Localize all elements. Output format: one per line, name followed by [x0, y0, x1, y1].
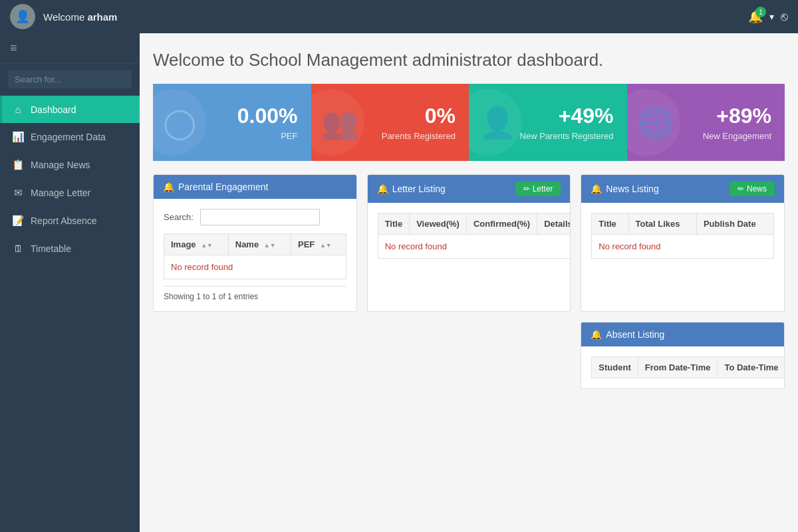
- sidebar-item-label: Report Absence: [31, 215, 97, 226]
- chart-icon: 📊: [12, 131, 24, 143]
- sidebar-search-container: [0, 64, 140, 96]
- news-button-label: News: [747, 184, 767, 194]
- stat-value-parents: 0%: [425, 104, 456, 128]
- col-to-datetime: To Date-Time: [718, 357, 785, 378]
- bell-icon-news: 🔔: [591, 184, 602, 194]
- no-record-letter: No record found: [378, 235, 571, 259]
- parental-search-input[interactable]: [200, 209, 320, 225]
- stat-card-new-parents: 👤 +49% New Parents Registered: [469, 84, 627, 161]
- absent-listing-body: Student From Date-Time To Date-Time: [581, 346, 784, 388]
- parental-engagement-widget: 🔔 Parental Engagement Search: Image: [153, 174, 357, 312]
- parental-search-row: Search:: [164, 209, 346, 225]
- avatar: 👤: [10, 4, 35, 29]
- sidebar-toggle[interactable]: ≡: [0, 33, 140, 64]
- col-total-likes: Total Likes: [628, 213, 696, 235]
- sidebar-item-report-absence[interactable]: 📝 Report Absence: [0, 207, 140, 235]
- parental-engagement-header: 🔔 Parental Engagement: [154, 175, 356, 199]
- sidebar-item-dashboard[interactable]: ⌂ Dashboard: [0, 96, 140, 123]
- parental-engagement-title: 🔔 Parental Engagement: [163, 182, 268, 192]
- col-viewed: Viewed(%): [410, 213, 467, 235]
- logout-button[interactable]: ⎋: [781, 10, 788, 24]
- news-listing-header: 🔔 News Listing ✏ News: [581, 175, 784, 203]
- news-table: Title Total Likes Publish Date No record…: [591, 213, 774, 259]
- sidebar-item-label: Timetable: [31, 243, 71, 254]
- home-icon: ⌂: [12, 104, 24, 115]
- news-action-button[interactable]: ✏ News: [730, 182, 775, 196]
- sidebar-item-timetable[interactable]: 🗓 Timetable: [0, 235, 140, 262]
- letter-listing-header: 🔔 Letter Listing ✏ Letter: [368, 175, 571, 203]
- table-header-row: Image ▲▼ Name ▲▼ PEF ▲▼: [164, 234, 346, 255]
- news-listing-widget: 🔔 News Listing ✏ News Title Total Likes: [581, 174, 785, 312]
- no-record-parental: No record found: [164, 255, 346, 279]
- main-content: Welcome to School Management administrat…: [140, 33, 798, 532]
- notification-badge: 1: [755, 7, 766, 17]
- pencil-icon-news: ✏: [737, 184, 744, 194]
- search-label: Search:: [164, 212, 194, 222]
- news-listing-title: 🔔 News Listing: [591, 184, 658, 194]
- absent-listing-title-text: Absent Listing: [606, 329, 664, 340]
- absent-listing-widget: 🔔 Absent Listing Student From Date-Time …: [581, 322, 785, 389]
- timetable-icon: 🗓: [12, 243, 24, 254]
- news-icon: 📋: [12, 159, 24, 171]
- table-header-row: Student From Date-Time To Date-Time: [592, 357, 785, 378]
- sort-arrows-name[interactable]: ▲▼: [264, 242, 276, 249]
- table-header-row: Title Viewed(%) Confirmed(%) Details: [378, 213, 571, 235]
- col-title: Title: [592, 213, 628, 235]
- letter-icon: ✉: [12, 187, 24, 199]
- stat-value-engagement: +89%: [716, 104, 771, 128]
- stat-card-pef: ◯ 0.00% PEF: [153, 84, 311, 161]
- bell-icon-absent: 🔔: [591, 329, 602, 340]
- new-parents-icon: 👤: [479, 105, 516, 140]
- table-row: No record found: [164, 255, 346, 279]
- layout: ≡ ⌂ Dashboard 📊 Engagement Data 📋 Manage…: [0, 33, 798, 532]
- sidebar-item-engagement-data[interactable]: 📊 Engagement Data: [0, 123, 140, 151]
- absent-listing-header: 🔔 Absent Listing: [581, 323, 784, 346]
- navbar-username: arham: [87, 11, 117, 23]
- stat-cards: ◯ 0.00% PEF 👥 0% Parents Registered 👤 +4…: [153, 84, 785, 161]
- absent-table: Student From Date-Time To Date-Time: [591, 356, 785, 378]
- table-header-row: Title Total Likes Publish Date: [592, 213, 774, 235]
- search-input[interactable]: [8, 70, 132, 88]
- stat-label-engagement: New Engagement: [703, 131, 771, 141]
- col-publish-date: Publish Date: [696, 213, 773, 235]
- pencil-icon: ✏: [523, 184, 530, 194]
- letter-table: Title Viewed(%) Confirmed(%) Details No …: [378, 213, 571, 259]
- sort-arrows-image[interactable]: ▲▼: [201, 242, 213, 249]
- col-from-datetime: From Date-Time: [638, 357, 718, 378]
- notification-button[interactable]: 🔔 1: [748, 9, 763, 24]
- col-image: Image ▲▼: [164, 234, 229, 255]
- stat-label-parents: Parents Registered: [382, 131, 456, 141]
- letter-listing-title: 🔔 Letter Listing: [377, 184, 446, 194]
- col-details: Details: [537, 213, 571, 235]
- news-listing-body: Title Total Likes Publish Date No record…: [581, 203, 784, 269]
- stat-card-parents: 👥 0% Parents Registered: [311, 84, 469, 161]
- col-title: Title: [378, 213, 410, 235]
- absent-listing-title: 🔔 Absent Listing: [591, 329, 664, 340]
- bell-icon: 🔔: [163, 182, 174, 192]
- sort-arrows-pef[interactable]: ▲▼: [320, 242, 332, 249]
- sidebar: ≡ ⌂ Dashboard 📊 Engagement Data 📋 Manage…: [0, 33, 140, 532]
- table-row: No record found: [378, 235, 571, 259]
- letter-action-button[interactable]: ✏ Letter: [515, 182, 561, 196]
- parents-icon: 👥: [321, 105, 358, 140]
- bottom-row: 🔔 Absent Listing Student From Date-Time …: [153, 322, 785, 389]
- sidebar-item-manage-news[interactable]: 📋 Manage News: [0, 151, 140, 179]
- letter-listing-widget: 🔔 Letter Listing ✏ Letter Title Viewed(%…: [367, 174, 571, 312]
- col-pef: PEF ▲▼: [291, 234, 346, 255]
- page-title: Welcome to School Management administrat…: [153, 50, 785, 70]
- sidebar-item-manage-letter[interactable]: ✉ Manage Letter: [0, 179, 140, 207]
- chevron-down-icon[interactable]: ▾: [769, 11, 774, 22]
- col-student: Student: [592, 357, 638, 378]
- stat-label-pef: PEF: [281, 131, 297, 141]
- letter-listing-title-text: Letter Listing: [392, 184, 446, 194]
- news-listing-title-text: News Listing: [606, 184, 658, 194]
- welcome-text: Welcome: [43, 11, 87, 23]
- stat-value-pef: 0.00%: [237, 104, 298, 128]
- parental-engagement-title-text: Parental Engagement: [178, 182, 268, 192]
- sidebar-item-label: Manage Letter: [31, 188, 90, 198]
- sidebar-item-label: Dashboard: [31, 104, 76, 115]
- stat-card-engagement: 🌐 +89% New Engagement: [627, 84, 785, 161]
- parental-table: Image ▲▼ Name ▲▼ PEF ▲▼: [164, 233, 346, 279]
- letter-listing-body: Title Viewed(%) Confirmed(%) Details No …: [368, 203, 571, 269]
- absence-icon: 📝: [12, 215, 24, 227]
